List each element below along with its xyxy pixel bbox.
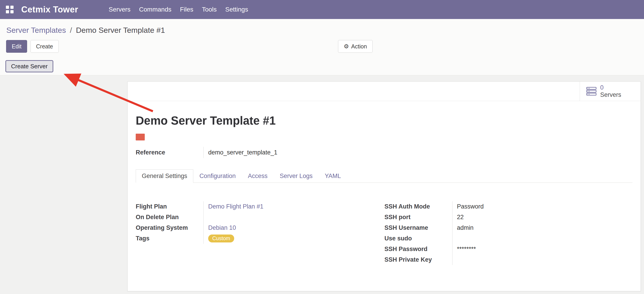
app-title: Cetmix Tower [21,5,78,15]
on-delete-plan-value [204,212,384,223]
record-title: Demo Server Template #1 [136,114,632,127]
control-panel-buttons: Edit Create ⚙ Action [0,40,644,53]
field-ssh-auth-mode: SSH Auth Mode Password [384,201,633,212]
top-navbar: Cetmix Tower Servers Commands Files Tool… [0,0,644,19]
notebook-tabs: General Settings Configuration Access Se… [136,169,632,183]
ssh-port-value: 22 [452,212,633,223]
ssh-private-key-value [452,254,633,265]
edit-button[interactable]: Edit [6,40,27,53]
ssh-password-value: ******** [452,244,633,254]
field-label: Operating System [136,224,204,231]
nav-item-servers[interactable]: Servers [104,6,134,13]
field-label: On Delete Plan [136,214,204,221]
create-button[interactable]: Create [30,40,59,53]
tab-yaml[interactable]: YAML [318,169,347,183]
tab-configuration[interactable]: Configuration [193,169,242,183]
nav-item-tools[interactable]: Tools [198,6,221,13]
nav-menu: Servers Commands Files Tools Settings [104,6,252,13]
field-ssh-port: SSH port 22 [384,212,633,223]
gear-icon: ⚙ [344,43,349,50]
use-sudo-value [452,233,633,244]
color-swatch [136,134,145,140]
breadcrumb-parent-link[interactable]: Server Templates [6,26,66,34]
record-sheet: 0 Servers Demo Server Template #1 Refere… [127,81,641,291]
ssh-auth-mode-value: Password [452,201,633,212]
flight-plan-link[interactable]: Demo Flight Plan #1 [208,203,264,210]
server-stack-icon [586,87,596,96]
servers-stat-button[interactable]: 0 Servers [580,82,640,101]
field-label: SSH Username [384,224,452,231]
left-field-group: Flight Plan Demo Flight Plan #1 On Delet… [136,201,384,265]
operating-system-link[interactable]: Debian 10 [208,224,236,231]
field-ssh-private-key: SSH Private Key [384,254,633,265]
field-operating-system: Operating System Debian 10 [136,223,384,233]
breadcrumb-current: Demo Server Template #1 [76,26,165,34]
field-ssh-password: SSH Password ******** [384,244,633,254]
field-tags: Tags Custom [136,233,384,244]
apps-grid-icon[interactable] [6,6,14,13]
control-panel: Server Templates / Demo Server Template … [0,19,644,75]
servers-stat-label: Servers [600,91,621,98]
reference-label: Reference [136,149,204,156]
servers-stat-value: 0 [600,84,621,91]
field-label: SSH Private Key [384,256,452,263]
field-ssh-username: SSH Username admin [384,223,633,233]
right-field-group: SSH Auth Mode Password SSH port 22 SSH U… [384,201,633,265]
tab-access[interactable]: Access [242,169,274,183]
field-flight-plan: Flight Plan Demo Flight Plan #1 [136,201,384,212]
field-label: Flight Plan [136,203,204,210]
nav-item-settings[interactable]: Settings [221,6,252,13]
ssh-username-value: admin [452,223,633,233]
field-label: SSH Auth Mode [384,203,452,210]
general-settings-content: Flight Plan Demo Flight Plan #1 On Delet… [136,201,632,265]
breadcrumb: Server Templates / Demo Server Template … [0,26,644,35]
tab-server-logs[interactable]: Server Logs [274,169,319,183]
reference-field: Reference demo_server_template_1 [136,147,632,158]
button-box: 0 Servers [128,82,640,101]
create-server-button[interactable]: Create Server [6,60,53,72]
field-label: SSH port [384,214,452,221]
nav-item-commands[interactable]: Commands [135,6,176,13]
field-label: SSH Password [384,246,452,253]
action-button[interactable]: ⚙ Action [338,40,372,53]
nav-item-files[interactable]: Files [176,6,198,13]
field-label: Use sudo [384,235,452,242]
reference-value: demo_server_template_1 [204,147,632,158]
field-label: Tags [136,235,204,242]
action-button-label: Action [351,43,367,50]
tab-general-settings[interactable]: General Settings [136,169,193,183]
breadcrumb-separator: / [68,26,74,34]
field-use-sudo: Use sudo [384,233,633,244]
field-on-delete-plan: On Delete Plan [136,212,384,223]
tag-badge-custom: Custom [208,234,234,243]
